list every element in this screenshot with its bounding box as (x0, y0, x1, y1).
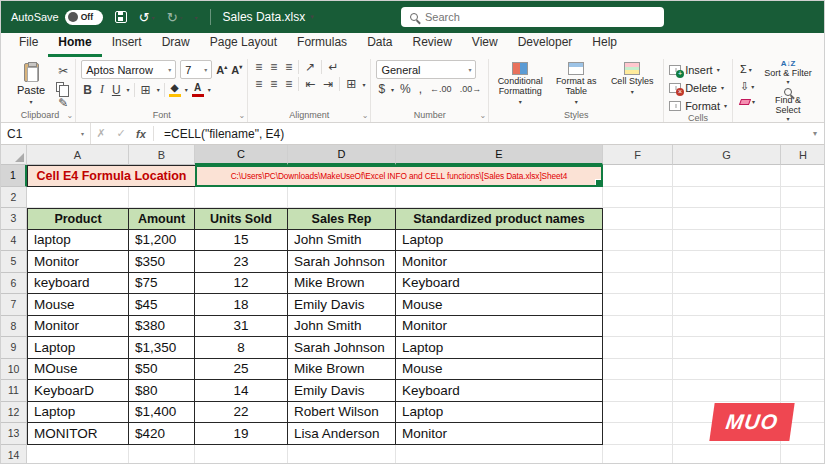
increase-decimal-icon[interactable]: ←.00 (428, 84, 454, 94)
cell-A7[interactable]: Mouse (27, 294, 129, 316)
cell-H10[interactable] (781, 359, 824, 381)
decrease-decimal-icon[interactable]: .00→ (458, 84, 484, 94)
table-header-D3[interactable]: Sales Rep (288, 208, 396, 230)
cell-E12[interactable]: Laptop (396, 402, 603, 424)
alignment-dialog-launcher-icon[interactable]: ⌄ (362, 112, 369, 120)
undo-button[interactable]: ↺▾ (139, 10, 155, 25)
col-header-E[interactable]: E (396, 145, 603, 165)
table-header-B3[interactable]: Amount (129, 208, 195, 230)
expand-formula-bar-icon[interactable]: ▾ (806, 123, 824, 144)
tab-review[interactable]: Review (402, 32, 461, 57)
cell-A2[interactable] (27, 187, 129, 209)
underline-button[interactable]: U (110, 83, 123, 97)
tab-insert[interactable]: Insert (102, 32, 152, 57)
conditional-formatting-button[interactable]: Conditional Formatting ▾ (494, 60, 546, 105)
cell-H8[interactable] (781, 316, 824, 338)
borders-caret-icon[interactable]: ▾ (157, 86, 160, 93)
redo-button[interactable]: ↻▾ (167, 10, 183, 25)
clipboard-dialog-launcher-icon[interactable]: ⌄ (67, 112, 74, 120)
cell-H3[interactable] (781, 208, 824, 230)
tab-formulas[interactable]: Formulas (287, 32, 357, 57)
underline-caret-icon[interactable]: ▾ (127, 86, 130, 93)
cell-F1[interactable] (603, 165, 673, 187)
autosave-control[interactable]: AutoSave Off (11, 10, 103, 25)
row-header-13[interactable]: 13 (1, 423, 27, 445)
row-header-4[interactable]: 4 (1, 230, 27, 252)
undo-caret-icon[interactable]: ▾ (152, 14, 155, 21)
clear-button[interactable]: ▾ (738, 97, 757, 106)
comma-style-icon[interactable]: , (417, 82, 424, 96)
cell-F8[interactable] (603, 316, 673, 338)
cell-A6[interactable]: keyboard (27, 273, 129, 295)
cell-C9[interactable]: 8 (195, 337, 288, 359)
insert-function-icon[interactable]: fx (131, 123, 151, 144)
row-header-1[interactable]: 1 (1, 165, 27, 187)
bold-button[interactable]: B (81, 83, 94, 97)
orientation-icon[interactable]: ↗ (303, 60, 317, 74)
tab-page-layout[interactable]: Page Layout (200, 32, 287, 57)
increase-indent-icon[interactable]: ⇥ (321, 77, 335, 91)
align-right-icon[interactable]: ≡ (283, 77, 294, 91)
cell-E9[interactable]: Laptop (396, 337, 603, 359)
autosave-toggle[interactable]: Off (65, 10, 103, 25)
cell-C6[interactable]: 12 (195, 273, 288, 295)
cell-D12[interactable]: Robert Wilson (288, 402, 396, 424)
font-size-combo[interactable]: 7▾ (180, 60, 212, 79)
cell-F4[interactable] (603, 230, 673, 252)
cell-D6[interactable]: Mike Brown (288, 273, 396, 295)
cell-G4[interactable] (673, 230, 781, 252)
save-button[interactable] (115, 11, 127, 23)
cell-G14[interactable] (673, 445, 781, 464)
font-name-combo[interactable]: Aptos Narrow▾ (81, 60, 176, 79)
cell-G7[interactable] (673, 294, 781, 316)
cell-styles-button[interactable]: Cell Styles ▾ (606, 60, 658, 95)
cell-G6[interactable] (673, 273, 781, 295)
cell-B13[interactable]: $420 (129, 423, 195, 445)
cell-B2[interactable] (129, 187, 195, 209)
cell-F9[interactable] (603, 337, 673, 359)
row-header-8[interactable]: 8 (1, 316, 27, 338)
cell-H6[interactable] (781, 273, 824, 295)
cell-A14[interactable] (27, 445, 129, 464)
cell-B11[interactable]: $80 (129, 380, 195, 402)
cell-E7[interactable]: Mouse (396, 294, 603, 316)
number-dialog-launcher-icon[interactable]: ⌄ (479, 112, 486, 120)
row-header-3[interactable]: 3 (1, 208, 27, 230)
cell-B6[interactable]: $75 (129, 273, 195, 295)
cell-H14[interactable] (781, 445, 824, 464)
cell-G5[interactable] (673, 251, 781, 273)
cell-C12[interactable]: 22 (195, 402, 288, 424)
merge-center-icon[interactable]: ⊞ (344, 77, 358, 91)
insert-cells-button[interactable]: Insert ▾ (669, 62, 727, 77)
borders-icon[interactable]: ⊞ (139, 83, 153, 97)
cell-B8[interactable]: $380 (129, 316, 195, 338)
cell-F7[interactable] (603, 294, 673, 316)
row-header-6[interactable]: 6 (1, 273, 27, 295)
wrap-text-icon[interactable]: ↵ (326, 60, 340, 74)
cell-B4[interactable]: $1,200 (129, 230, 195, 252)
cell-C14[interactable] (195, 445, 288, 464)
tab-draw[interactable]: Draw (152, 32, 200, 57)
cell-C13[interactable]: 19 (195, 423, 288, 445)
cell-E11[interactable]: Keyboard (396, 380, 603, 402)
enter-icon[interactable]: ✓ (111, 123, 131, 144)
cell-A9[interactable]: Laptop (27, 337, 129, 359)
format-cells-button[interactable]: Format ▾ (669, 98, 727, 113)
fill-color-caret-icon[interactable]: ▾ (185, 86, 188, 93)
cell-H11[interactable] (781, 380, 824, 402)
cell-E4[interactable]: Laptop (396, 230, 603, 252)
decrease-indent-icon[interactable]: ⇤ (303, 77, 317, 91)
align-center-icon[interactable]: ≡ (268, 77, 279, 91)
cell-E6[interactable]: Keyboard (396, 273, 603, 295)
align-left-icon[interactable]: ≡ (253, 77, 264, 91)
cell-B9[interactable]: $1,350 (129, 337, 195, 359)
name-box[interactable]: C1 ▾ (1, 123, 91, 144)
cell-G1[interactable] (673, 165, 781, 187)
align-top-icon[interactable]: ≡ (253, 60, 264, 74)
cell-A13[interactable]: MONITOR (27, 423, 129, 445)
col-header-D[interactable]: D (288, 145, 396, 165)
fill-button[interactable]: ⇩▾ (738, 79, 757, 94)
number-format-combo[interactable]: General▾ (376, 60, 476, 79)
cell-C10[interactable]: 25 (195, 359, 288, 381)
autosum-button[interactable]: Σ▾ (738, 62, 757, 76)
